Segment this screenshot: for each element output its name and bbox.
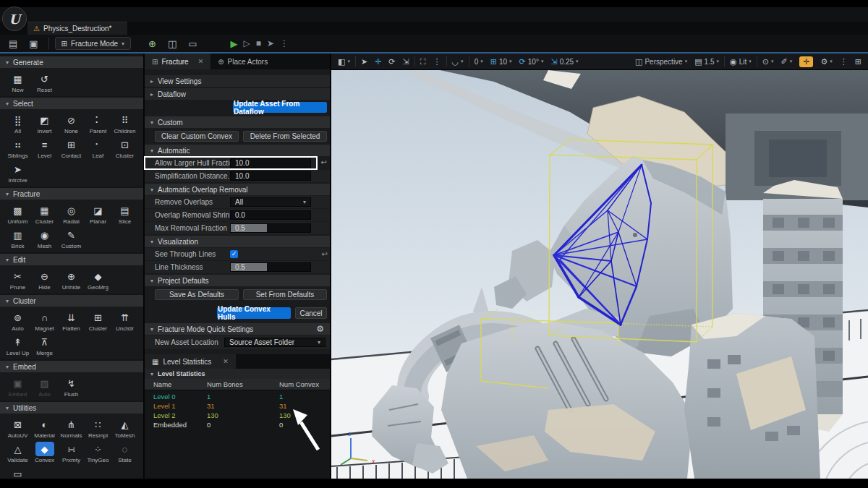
- tool-button[interactable]: ➤ Intrctve: [4, 162, 31, 184]
- quad-view-button[interactable]: ⊞: [851, 57, 865, 67]
- cancel-button[interactable]: Cancel: [295, 307, 327, 319]
- rotate-tool-button[interactable]: ⟳: [385, 53, 399, 69]
- unreal-logo[interactable]: U: [2, 7, 27, 31]
- tool-button[interactable]: ⁘ TinyGeo: [85, 442, 111, 463]
- more-options-icon[interactable]: ⋮: [280, 38, 289, 48]
- close-icon[interactable]: ✕: [198, 58, 204, 65]
- tool-button[interactable]: ▣ Embed: [4, 376, 31, 398]
- column-num-convex[interactable]: Num Convex: [279, 380, 330, 388]
- section-view-settings[interactable]: ▸ View Settings: [145, 75, 330, 87]
- tool-button[interactable]: ▦ New: [4, 72, 31, 93]
- stop-icon[interactable]: ■: [256, 38, 261, 48]
- skip-icon[interactable]: ▷: [244, 38, 250, 48]
- close-icon[interactable]: ✕: [223, 358, 229, 365]
- play-icon[interactable]: ▶: [231, 38, 238, 49]
- menu-item[interactable]: [140, 7, 156, 22]
- section-visualization[interactable]: ▾ Visualization: [145, 236, 330, 247]
- tool-button[interactable]: ⊖ Hide: [31, 269, 58, 291]
- max-removal-fraction-slider[interactable]: 0.5: [230, 223, 311, 233]
- tool-button[interactable]: ✂ Prune: [4, 269, 31, 291]
- stats-table-row[interactable]: Level 0 1 1: [145, 392, 330, 401]
- menu-item[interactable]: [124, 7, 140, 22]
- viewport-settings-button[interactable]: ⚙ ▾: [817, 57, 835, 67]
- simplification-distance-input[interactable]: 10.0: [230, 171, 311, 181]
- section-automatic-overlap-removal[interactable]: ▾ Automatic Overlap Removal: [145, 184, 330, 195]
- menu-item[interactable]: [109, 7, 124, 22]
- reset-to-default-icon[interactable]: ↩: [322, 250, 328, 258]
- tool-button[interactable]: ▤ Slice: [111, 203, 138, 225]
- tool-section-header[interactable]: ▾ Cluster: [0, 295, 143, 307]
- scale-tool-button[interactable]: ⇲: [399, 53, 413, 69]
- camera-options-button[interactable]: ◧ ▾: [334, 53, 354, 69]
- set-from-defaults-button[interactable]: Set From Defaults: [243, 289, 327, 300]
- tool-button[interactable]: ⊕ Unhide: [58, 269, 85, 291]
- tool-button[interactable]: ⊞ Cluster: [85, 310, 111, 332]
- tool-button[interactable]: ◐ Material: [31, 417, 58, 439]
- cinematics-icon[interactable]: ▭: [184, 37, 201, 51]
- section-project-defaults[interactable]: ▾ Project Defaults: [145, 275, 330, 286]
- section-automatic[interactable]: ▾ Automatic: [145, 145, 330, 156]
- tool-button[interactable]: ⠶ Siblings: [4, 137, 31, 159]
- tool-button[interactable]: ⊘ None: [58, 113, 85, 134]
- tool-button[interactable]: ⇈ Unclstr: [111, 310, 138, 332]
- tool-button[interactable]: ⠂ Leaf: [85, 137, 111, 159]
- tool-button[interactable]: ⠿ Children: [111, 113, 138, 134]
- menu-item[interactable]: [156, 7, 172, 22]
- menu-item[interactable]: [61, 7, 77, 22]
- tool-button[interactable]: ∩ Magnet: [31, 310, 58, 332]
- tool-button[interactable]: ⋔ Normals: [58, 417, 85, 439]
- tool-button[interactable]: ↺ Reset: [31, 72, 58, 93]
- save-as-defaults-button[interactable]: Save As Defaults: [155, 289, 239, 300]
- tool-button[interactable]: △ Validate: [4, 442, 31, 463]
- allow-larger-hull-fraction-input[interactable]: 10.0: [230, 158, 311, 168]
- line-thickness-slider[interactable]: 0.5: [230, 262, 311, 272]
- gizmo-options-button[interactable]: ⋮: [430, 53, 445, 69]
- section-quick-settings[interactable]: ▾ Fracture Mode Quick Settings ⚙: [145, 323, 330, 335]
- stats-section-header[interactable]: ▾ Level Statistics: [145, 369, 330, 379]
- select-tool-button[interactable]: ➤: [357, 53, 371, 69]
- tool-button[interactable]: ∺ Prxmty: [58, 442, 85, 463]
- menu-item[interactable]: [29, 7, 45, 22]
- frame-selection-button[interactable]: ⛶: [417, 53, 430, 69]
- viewport-options-button[interactable]: ⋮: [836, 57, 851, 67]
- tool-button[interactable]: ◆ GeoMrg: [85, 269, 111, 291]
- tool-section-header[interactable]: ▾ Embed: [0, 361, 143, 372]
- tool-button[interactable]: ↟ Level Up: [4, 335, 31, 356]
- tool-section-header[interactable]: ▾ Edit: [0, 254, 143, 265]
- stats-table-row[interactable]: Embedded 0 0: [145, 420, 330, 429]
- stats-table-row[interactable]: Level 1 31 31: [145, 401, 330, 411]
- clear-custom-convex-button[interactable]: Clear Custom Convex: [155, 131, 239, 142]
- tool-button[interactable]: ▩ Uniform: [4, 203, 31, 225]
- tool-button[interactable]: ▥ Brick: [4, 228, 31, 249]
- tool-button[interactable]: ≡ Level: [31, 137, 58, 159]
- tab-level-statistics[interactable]: ▦ Level Statistics ✕: [145, 354, 236, 369]
- see-through-lines-checkbox[interactable]: ✓: [230, 250, 238, 258]
- tool-button[interactable]: ▦ Cluster: [31, 203, 58, 225]
- tool-button[interactable]: ⊚ Auto: [4, 310, 31, 332]
- tool-button[interactable]: ⊞ Contact: [58, 137, 85, 159]
- tool-button[interactable]: ◩ Invert: [31, 113, 58, 134]
- delete-from-selected-button[interactable]: Delete From Selected: [243, 131, 327, 142]
- add-actor-icon[interactable]: ⊕: [144, 37, 161, 51]
- tool-button[interactable]: ⠅ Parent: [85, 113, 111, 134]
- screen-percentage-button[interactable]: ▤ 1.5 ▾: [691, 57, 723, 67]
- asset-tab[interactable]: ⚠ Physics_Destruction*: [27, 22, 127, 35]
- tool-button[interactable]: ⣿ All: [4, 113, 31, 134]
- tool-button[interactable]: ◪ Planar: [85, 203, 111, 225]
- tab-place-actors[interactable]: ⊕ Place Actors: [210, 53, 275, 69]
- tool-button[interactable]: ◭ ToMesh: [111, 417, 138, 439]
- tool-section-header[interactable]: ▾ Generate: [0, 56, 143, 68]
- surface-snapping-button[interactable]: ◡ ▾: [448, 53, 467, 69]
- angle-snap-button[interactable]: 0 ▾: [471, 53, 487, 69]
- view-mode-button[interactable]: ◉ Lit ▾: [726, 57, 755, 67]
- tool-button[interactable]: ⊠ AutoUV: [4, 417, 31, 439]
- launch-icon[interactable]: ➤: [267, 38, 274, 48]
- viewport-scene[interactable]: z x: [331, 70, 868, 479]
- projection-button[interactable]: ◫ Perspective ▾: [631, 57, 691, 67]
- content-browser-icon[interactable]: ▣: [25, 37, 42, 51]
- tool-section-header[interactable]: ▾ Fracture: [0, 188, 143, 200]
- tool-button[interactable]: ∷ Resmpl: [85, 417, 111, 439]
- column-name[interactable]: Name: [145, 380, 207, 388]
- tool-button[interactable]: ⊡ Cluster: [111, 137, 138, 159]
- section-custom[interactable]: ▾ Custom: [145, 116, 330, 128]
